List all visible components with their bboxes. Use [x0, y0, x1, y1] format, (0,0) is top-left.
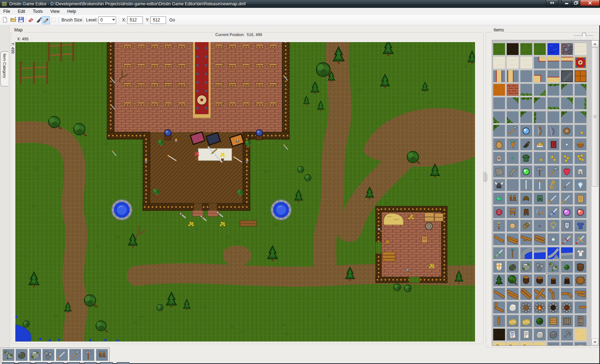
item-tile[interactable] [575, 166, 586, 177]
item-tile[interactable] [520, 220, 532, 232]
item-tile[interactable] [561, 97, 573, 109]
item-tile[interactable] [507, 166, 519, 177]
item-tile[interactable] [493, 57, 505, 69]
item-tile[interactable] [493, 84, 505, 96]
item-tile[interactable] [534, 166, 546, 177]
item-tile[interactable] [561, 43, 573, 55]
item-tile[interactable] [548, 247, 559, 259]
recent-item-tile[interactable] [16, 349, 28, 361]
title-bar[interactable]: Dristin Game Editor - D:\Development\Bro… [0, 0, 600, 8]
pencil-tool-button[interactable] [42, 16, 50, 24]
item-tile[interactable] [507, 84, 519, 96]
recent-item-tile[interactable] [96, 349, 108, 361]
item-tile[interactable] [493, 70, 505, 82]
item-tile[interactable] [561, 111, 573, 123]
item-tile[interactable] [493, 247, 505, 259]
item-tile[interactable] [520, 97, 532, 109]
item-tile[interactable] [561, 84, 573, 96]
item-tile[interactable] [520, 274, 532, 286]
item-tile[interactable] [561, 206, 573, 218]
eraser-tool-button[interactable] [27, 16, 35, 24]
maximize-button[interactable] [571, 0, 581, 6]
item-tile[interactable] [534, 97, 546, 109]
item-tile[interactable] [507, 138, 519, 150]
item-tile[interactable] [575, 125, 586, 137]
items-scrollbar[interactable] [591, 40, 599, 346]
item-tile[interactable] [520, 43, 532, 55]
item-tile[interactable] [561, 166, 573, 177]
palette-tile-partial[interactable] [100, 362, 113, 364]
item-tile[interactable] [507, 274, 519, 286]
item-tile[interactable] [548, 220, 559, 232]
item-tile[interactable] [561, 233, 573, 245]
item-tile[interactable] [507, 125, 519, 137]
item-tile[interactable] [534, 342, 546, 346]
item-tile[interactable] [561, 288, 573, 300]
menu-tools[interactable]: Tools [30, 8, 46, 15]
item-tile[interactable] [520, 70, 532, 82]
item-tile[interactable] [548, 315, 559, 327]
item-tile[interactable] [520, 261, 532, 273]
item-tile[interactable] [575, 288, 586, 300]
minimize-button[interactable] [561, 0, 572, 6]
item-tile[interactable] [507, 70, 519, 82]
item-tile[interactable] [507, 111, 519, 123]
scroll-down-button[interactable] [591, 339, 599, 345]
layout-toggle-button[interactable] [546, 0, 559, 6]
item-tile[interactable] [534, 193, 546, 204]
item-tile[interactable] [575, 315, 586, 327]
item-tile[interactable] [561, 152, 573, 164]
item-tile[interactable] [561, 138, 573, 150]
item-tile[interactable] [548, 70, 559, 82]
item-tile[interactable] [548, 206, 559, 218]
palette-tile-partial[interactable] [84, 362, 96, 364]
item-tile[interactable] [507, 43, 519, 55]
item-tile[interactable] [493, 138, 505, 150]
item-tile[interactable] [548, 179, 559, 191]
item-tile[interactable] [561, 261, 573, 273]
item-tile[interactable] [520, 179, 532, 191]
item-tile[interactable] [520, 152, 532, 164]
item-tile[interactable] [534, 57, 546, 69]
item-tile[interactable] [520, 206, 532, 218]
item-tile[interactable] [534, 274, 546, 286]
item-tile[interactable] [507, 329, 519, 340]
item-tile[interactable] [493, 206, 505, 218]
item-tile[interactable] [534, 247, 546, 259]
item-tile[interactable] [493, 233, 505, 245]
item-tile[interactable] [561, 125, 573, 137]
item-tile[interactable] [507, 302, 519, 313]
item-tile[interactable] [507, 315, 519, 327]
item-tile[interactable] [575, 138, 586, 150]
item-tile[interactable] [575, 193, 586, 204]
item-tile[interactable] [493, 152, 505, 164]
item-tile[interactable] [534, 206, 546, 218]
scrollbar-thumb[interactable] [592, 47, 598, 187]
item-tile[interactable] [493, 111, 505, 123]
item-tile[interactable] [534, 329, 546, 340]
level-select[interactable]: 0 [98, 16, 116, 24]
item-tile[interactable] [507, 233, 519, 245]
item-tile[interactable] [520, 57, 532, 69]
brush-size-label[interactable]: Brush Size [61, 17, 82, 22]
item-tile[interactable] [493, 125, 505, 137]
menu-help[interactable]: Help [64, 8, 79, 15]
item-tile[interactable] [561, 329, 573, 340]
item-tile[interactable] [534, 84, 546, 96]
item-tile[interactable] [520, 233, 532, 245]
item-tile[interactable] [534, 302, 546, 313]
item-tile[interactable] [493, 97, 505, 109]
item-tile[interactable] [507, 220, 519, 232]
item-tile[interactable] [548, 97, 559, 109]
item-tile[interactable] [520, 193, 532, 204]
item-tile[interactable] [548, 57, 559, 69]
item-tile[interactable] [520, 125, 532, 137]
item-tile[interactable] [520, 329, 532, 340]
item-tile[interactable] [575, 342, 586, 346]
item-tile[interactable] [534, 152, 546, 164]
item-tile[interactable] [548, 84, 559, 96]
recent-item-tile[interactable] [42, 349, 54, 361]
tab-item-category[interactable]: Item Category [0, 51, 8, 86]
item-tile[interactable] [548, 166, 559, 177]
palette-tile-partial[interactable] [35, 362, 48, 364]
